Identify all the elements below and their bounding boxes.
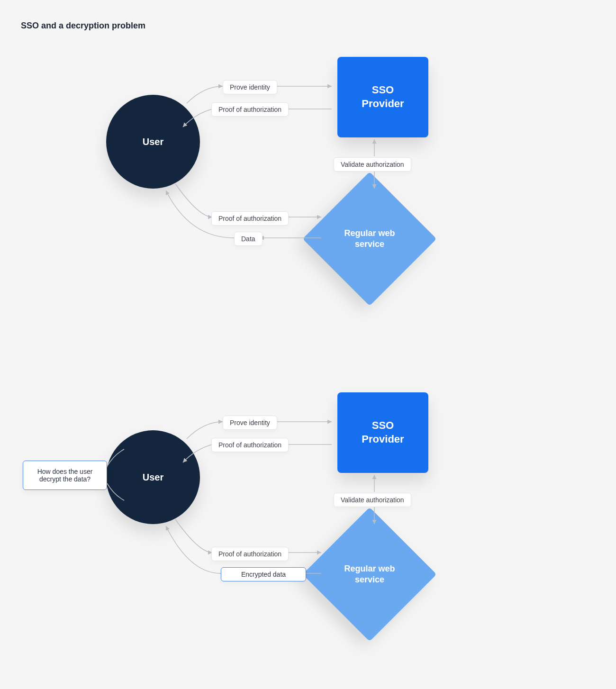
node-sso-label: SSO Provider xyxy=(362,83,404,110)
node-user-label: User xyxy=(143,136,163,147)
page-title: SSO and a decryption problem xyxy=(21,21,145,31)
node-web-service: Regular web service xyxy=(322,527,417,622)
node-service-label: Regular web service xyxy=(334,563,405,586)
flow-arrow xyxy=(0,0,616,332)
flow-label-proof-auth-bottom: Proof of authorization xyxy=(211,211,289,226)
node-web-service: Regular web service xyxy=(322,191,417,286)
node-user: User xyxy=(106,430,200,524)
flow-label-proof-auth-top: Proof of authorization xyxy=(211,102,289,117)
flow-label-proof-auth-bottom: Proof of authorization xyxy=(211,547,289,561)
flow-label-prove-identity: Prove identity xyxy=(223,416,277,430)
node-sso-provider: SSO Provider xyxy=(337,392,428,473)
node-service-label: Regular web service xyxy=(334,228,405,250)
node-sso-label: SSO Provider xyxy=(362,419,404,446)
flow-label-proof-auth-top: Proof of authorization xyxy=(211,438,289,452)
flow-label-prove-identity: Prove identity xyxy=(223,80,277,94)
flow-label-encrypted-data: Encrypted data xyxy=(221,567,306,581)
node-user-label: User xyxy=(143,472,163,483)
flow-label-validate-auth: Validate authorization xyxy=(334,157,411,172)
flow-label-validate-auth: Validate authorization xyxy=(334,493,411,507)
node-sso-provider: SSO Provider xyxy=(337,57,428,137)
flow-arrow xyxy=(0,0,616,689)
flow-label-data: Data xyxy=(234,232,263,246)
page: SSO and a decryption problem User SSO Pr… xyxy=(0,0,616,689)
node-user: User xyxy=(106,95,200,189)
annotation-question: How does the user decrypt the data? xyxy=(23,461,107,490)
